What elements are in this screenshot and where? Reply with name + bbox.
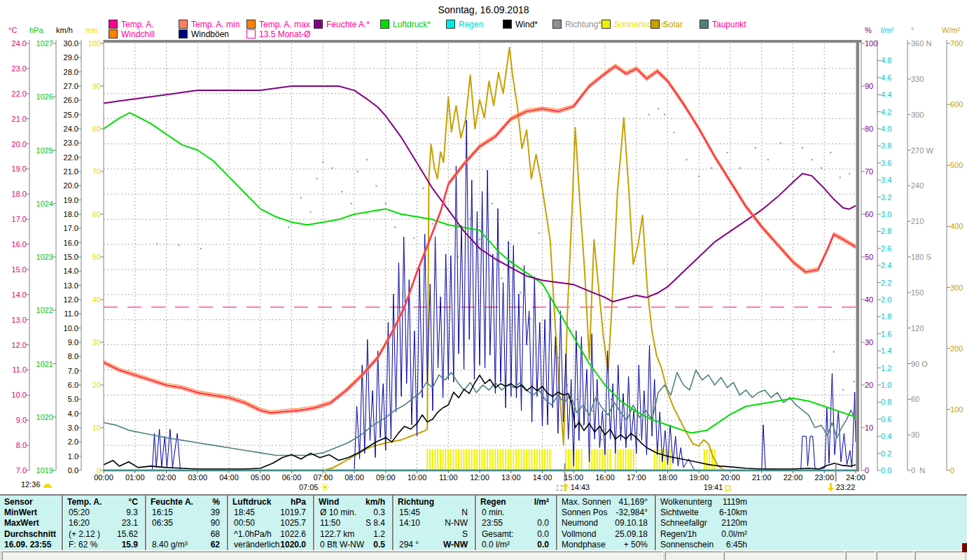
table-cell-value: 39 bbox=[145, 507, 220, 518]
axis-label-kmh: 7.0 bbox=[68, 367, 78, 374]
axis-label-c: 8.0 bbox=[16, 442, 27, 449]
axis-label-c: 19.0 bbox=[12, 165, 27, 173]
axis-label-lm2: 0.4 bbox=[881, 433, 891, 440]
axis-label-lm2: 1.8 bbox=[881, 313, 891, 321]
time-label: 12:00 bbox=[470, 473, 489, 482]
sunshine-bar bbox=[665, 449, 666, 470]
solar-noon-marker: 12:36 bbox=[21, 480, 53, 489]
table-row-label: 16.09. 23:55 bbox=[4, 540, 51, 550]
sunshine-bar bbox=[633, 449, 634, 470]
table-row-label: MaxWert bbox=[4, 518, 39, 528]
axis-label-wm2: 300 bbox=[950, 284, 963, 291]
sunshine-bar bbox=[458, 449, 459, 470]
direction-dot bbox=[711, 167, 712, 169]
sunshine-bar bbox=[627, 449, 629, 470]
axis-label-min: 80 bbox=[92, 125, 101, 133]
moonrise-marker-icon bbox=[562, 483, 569, 491]
direction-dot bbox=[432, 223, 433, 225]
sunshine-bar bbox=[578, 449, 580, 470]
axis-label-deg: 30 bbox=[911, 431, 919, 439]
direction-dot bbox=[698, 176, 700, 177]
axis-label-lm2: 2.8 bbox=[881, 227, 891, 235]
sunshine-bar bbox=[707, 449, 708, 470]
axis-label-c: 16.0 bbox=[12, 241, 27, 248]
sunshine-bar bbox=[547, 449, 548, 470]
axis-label-min: 20 bbox=[92, 382, 101, 389]
axis-label-c: 17.0 bbox=[12, 216, 27, 223]
axis-label-pct: 80 bbox=[865, 125, 873, 133]
direction-dot bbox=[445, 202, 446, 203]
sunshine-bar bbox=[544, 449, 545, 470]
table-col-unit: hPa bbox=[227, 497, 306, 507]
series-luftdruck bbox=[104, 113, 856, 433]
sunshine-bar bbox=[508, 449, 509, 470]
time-label: 17:00 bbox=[627, 473, 646, 482]
time-label: 11:00 bbox=[439, 473, 458, 482]
axis-label-c: 24.0 bbox=[12, 40, 27, 48]
direction-dot bbox=[200, 248, 202, 249]
table-cell-value: N-NW bbox=[392, 518, 468, 528]
direction-dot bbox=[520, 292, 521, 293]
plot-border-right bbox=[856, 40, 860, 470]
time-label: 10:00 bbox=[408, 473, 427, 482]
direction-dot bbox=[821, 167, 822, 169]
table-cell-value: 62 bbox=[145, 540, 220, 550]
direction-dot bbox=[422, 188, 424, 189]
direction-dot bbox=[548, 297, 549, 298]
axis-label-lm2: 2.4 bbox=[881, 262, 891, 270]
axis-label-c: 13.0 bbox=[12, 316, 27, 323]
axis-label-deg: 330 bbox=[911, 75, 924, 83]
sunshine-bar bbox=[571, 449, 572, 470]
table-cell-value: 9.3 bbox=[62, 507, 138, 518]
axis-label-lm2: 3.6 bbox=[881, 159, 891, 167]
sunshine-bar bbox=[622, 449, 624, 470]
direction-dot bbox=[300, 197, 302, 198]
status-panel bbox=[665, 552, 723, 560]
table-cell-value: 1020.0 bbox=[227, 540, 306, 550]
sunshine-bar bbox=[463, 449, 464, 470]
sunshine-bar bbox=[704, 449, 705, 470]
table-cell-value: 15.9 bbox=[62, 540, 138, 550]
axis-label-c: 10.0 bbox=[12, 391, 27, 399]
sunshine-bar bbox=[450, 449, 452, 470]
table-col-unit: °C bbox=[62, 497, 138, 507]
axis-label-lm2: 4.6 bbox=[881, 74, 891, 81]
sunshine-bar bbox=[607, 449, 608, 470]
time-label: 19:00 bbox=[689, 473, 709, 482]
axis-label-kmh: 3.0 bbox=[68, 424, 78, 432]
direction-dot bbox=[793, 176, 794, 177]
time-label: 02:00 bbox=[157, 473, 176, 482]
table-row-label: Durchschnitt bbox=[4, 529, 56, 540]
sunshine-bar bbox=[479, 449, 480, 470]
axis-label-kmh: 14.0 bbox=[64, 267, 78, 275]
axis-label-pct: 10 bbox=[865, 424, 873, 432]
sunshine-bar bbox=[594, 449, 595, 470]
direction-dot bbox=[639, 434, 640, 435]
sunshine-bar bbox=[709, 449, 710, 470]
table-cell-value: 15.62 bbox=[62, 529, 138, 540]
axis-unit-pct: % bbox=[865, 27, 872, 34]
direction-dot bbox=[833, 351, 835, 353]
axis-label-pct: 0 bbox=[865, 467, 869, 475]
sunshine-bar bbox=[473, 449, 475, 470]
sunshine-bar bbox=[597, 449, 598, 470]
weather-chart-plot bbox=[0, 0, 967, 494]
direction-dot bbox=[727, 152, 728, 153]
sunshine-bar bbox=[455, 449, 457, 470]
time-label: 13:00 bbox=[501, 473, 521, 482]
sunshine-bar bbox=[580, 449, 582, 470]
axis-label-hpa: 1023 bbox=[36, 253, 53, 261]
table-cell-value: N bbox=[392, 507, 468, 518]
axis-label-lm2: 0.8 bbox=[881, 398, 891, 406]
sunshine-bar bbox=[659, 449, 660, 470]
direction-dot bbox=[767, 159, 769, 160]
status-panel bbox=[846, 552, 875, 560]
sunshine-bar bbox=[440, 449, 441, 470]
time-label: 23:00 bbox=[814, 473, 834, 482]
axis-label-pct: 20 bbox=[865, 382, 873, 389]
sunshine-bar bbox=[541, 449, 543, 470]
time-label: 08:00 bbox=[345, 473, 364, 482]
axis-label-c: 22.0 bbox=[12, 90, 27, 97]
axis-label-deg: 150 bbox=[911, 288, 924, 296]
axis-label-lm2: 0.0 bbox=[881, 467, 891, 475]
